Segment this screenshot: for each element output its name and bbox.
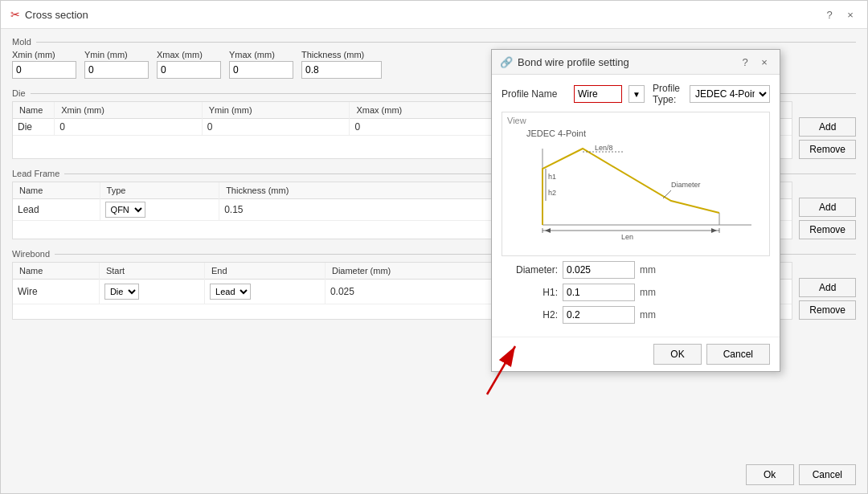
h1-label: H1: bbox=[502, 287, 558, 298]
wire-diagram-svg: Len/8 h1 h2 Diameter Len bbox=[502, 133, 769, 249]
profile-name-dropdown[interactable]: ▼ bbox=[628, 85, 645, 103]
die-add-button[interactable]: Add bbox=[799, 117, 856, 137]
mold-section-line bbox=[36, 42, 856, 43]
wb-start-select[interactable]: Die bbox=[104, 284, 139, 300]
wirebond-section-title: Wirebond bbox=[12, 249, 50, 259]
app-icon: ✂ bbox=[10, 8, 20, 21]
window-title: Cross section bbox=[25, 9, 88, 21]
mold-xmax-label: Xmax (mm) bbox=[157, 50, 221, 59]
wb-row-name: Wire bbox=[13, 280, 99, 304]
title-bar-left: ✂ Cross section bbox=[10, 8, 88, 21]
profile-type-select[interactable]: JEDEC 4-Point bbox=[690, 85, 770, 103]
h1-input[interactable] bbox=[563, 284, 635, 301]
ok-button[interactable]: Ok bbox=[746, 464, 794, 485]
mold-xmin-label: Xmin (mm) bbox=[12, 50, 76, 59]
diameter-unit: mm bbox=[640, 264, 656, 276]
profile-name-field: ▼ bbox=[574, 85, 645, 103]
mold-ymax-label: Ymax (mm) bbox=[229, 50, 293, 59]
h1-row: H1: mm bbox=[502, 284, 770, 301]
die-remove-button[interactable]: Remove bbox=[799, 140, 856, 159]
die-row-xmin[interactable] bbox=[55, 119, 203, 136]
die-col-name: Name bbox=[13, 102, 55, 119]
diameter-label: Diameter: bbox=[502, 264, 558, 276]
svg-text:Len/8: Len/8 bbox=[595, 144, 613, 152]
dialog-title: Bond wire profile setting bbox=[518, 56, 629, 68]
mold-xmax-group: Xmax (mm) bbox=[157, 50, 221, 79]
die-col-xmax: Xmax (mm) bbox=[350, 102, 497, 119]
mold-xmin-input[interactable] bbox=[12, 61, 76, 79]
svg-text:h1: h1 bbox=[548, 173, 556, 181]
dialog-help-button[interactable]: ? bbox=[738, 55, 752, 69]
diameter-input[interactable] bbox=[563, 261, 635, 279]
profile-type-label: Profile Type: bbox=[653, 83, 682, 105]
dialog-icon: 🔗 bbox=[500, 56, 513, 68]
lf-row-name: Lead bbox=[13, 199, 100, 221]
die-col-xmin: Xmin (mm) bbox=[55, 102, 203, 119]
dialog-title-bar: 🔗 Bond wire profile setting ? × bbox=[492, 50, 780, 75]
lf-row-type[interactable]: QFN bbox=[100, 199, 219, 221]
view-box: View JEDEC 4-Point Len/8 h1 bbox=[502, 112, 770, 256]
lf-add-button[interactable]: Add bbox=[799, 198, 856, 217]
dimension-fields: Diameter: mm H1: mm H2: mm bbox=[502, 261, 770, 324]
lf-type-select[interactable]: QFN bbox=[105, 202, 145, 218]
h1-unit: mm bbox=[640, 287, 656, 298]
diameter-row: Diameter: mm bbox=[502, 261, 770, 279]
title-bar: ✂ Cross section ? × bbox=[1, 1, 867, 29]
h2-label: H2: bbox=[502, 309, 558, 320]
svg-text:Len: Len bbox=[621, 233, 633, 241]
lf-remove-button[interactable]: Remove bbox=[799, 220, 856, 239]
dialog-cancel-button[interactable]: Cancel bbox=[706, 344, 770, 365]
cancel-button[interactable]: Cancel bbox=[799, 464, 856, 485]
mold-ymax-input[interactable] bbox=[229, 61, 293, 79]
close-button[interactable]: × bbox=[843, 7, 858, 22]
help-button[interactable]: ? bbox=[822, 7, 837, 22]
die-section-title: Die bbox=[12, 88, 26, 98]
svg-marker-15 bbox=[545, 228, 551, 233]
wb-row-start[interactable]: Die bbox=[99, 280, 204, 304]
mold-section-title: Mold bbox=[12, 37, 31, 47]
h2-row: H2: mm bbox=[502, 306, 770, 324]
main-window: ✂ Cross section ? × Mold Xmin (mm) Ymin … bbox=[0, 0, 868, 494]
wb-remove-button[interactable]: Remove bbox=[799, 300, 856, 320]
lf-col-name: Name bbox=[13, 182, 100, 199]
die-row-name: Die bbox=[13, 119, 55, 136]
h2-input[interactable] bbox=[563, 306, 635, 324]
lf-col-type: Type bbox=[100, 182, 219, 199]
dialog-profile-row: Profile Name ▼ Profile Type: JEDEC 4-Poi… bbox=[502, 83, 770, 105]
die-row-xmax[interactable] bbox=[350, 119, 497, 136]
lead-frame-section-title: Lead Frame bbox=[12, 169, 59, 178]
mold-ymin-label: Ymin (mm) bbox=[84, 50, 149, 59]
wb-col-end: End bbox=[205, 263, 326, 280]
mold-ymin-input[interactable] bbox=[84, 61, 149, 79]
die-col-ymin: Ymin (mm) bbox=[202, 102, 350, 119]
wb-end-select[interactable]: Lead bbox=[210, 284, 251, 300]
mold-ymax-group: Ymax (mm) bbox=[229, 50, 293, 79]
bottom-buttons: Ok Cancel bbox=[746, 464, 856, 485]
die-row-ymin[interactable] bbox=[202, 119, 350, 136]
svg-text:h2: h2 bbox=[548, 189, 556, 197]
dialog-body: Profile Name ▼ Profile Type: JEDEC 4-Poi… bbox=[492, 75, 780, 337]
title-bar-right: ? × bbox=[822, 7, 858, 22]
mold-xmax-input[interactable] bbox=[157, 61, 221, 79]
dialog-title-left: 🔗 Bond wire profile setting bbox=[500, 56, 629, 68]
svg-marker-16 bbox=[711, 228, 717, 233]
dialog-ok-button[interactable]: OK bbox=[653, 344, 701, 365]
wb-col-start: Start bbox=[99, 263, 204, 280]
mold-xmin-group: Xmin (mm) bbox=[12, 50, 76, 79]
mold-thickness-input[interactable] bbox=[301, 61, 382, 79]
view-label: View bbox=[507, 116, 526, 125]
profile-name-input[interactable] bbox=[574, 85, 622, 103]
lf-col-thickness: Thickness (mm) bbox=[219, 182, 528, 199]
h2-unit: mm bbox=[640, 309, 656, 320]
wb-add-button[interactable]: Add bbox=[799, 278, 856, 297]
lf-row-thickness[interactable] bbox=[219, 199, 528, 221]
mold-thickness-label: Thickness (mm) bbox=[301, 50, 382, 59]
wb-row-end[interactable]: Lead bbox=[205, 280, 326, 304]
dialog-close-button[interactable]: × bbox=[757, 55, 772, 69]
dialog-title-right: ? × bbox=[738, 55, 772, 69]
svg-text:Diameter: Diameter bbox=[671, 181, 701, 189]
profile-name-label: Profile Name bbox=[502, 88, 566, 100]
wb-col-name: Name bbox=[13, 263, 99, 280]
mold-section-header: Mold bbox=[12, 37, 856, 47]
dialog-footer: OK Cancel bbox=[492, 337, 780, 371]
